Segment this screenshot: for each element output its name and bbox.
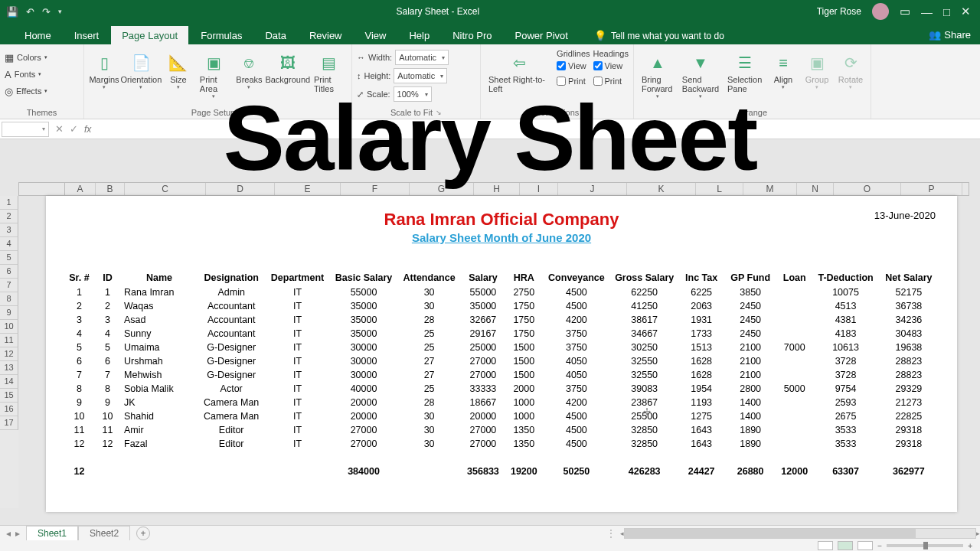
table-cell[interactable]: IT	[265, 382, 329, 396]
table-cell[interactable]: 35000	[330, 299, 398, 313]
table-cell[interactable]: 30	[397, 409, 461, 423]
zoom-out-icon[interactable]: −	[877, 542, 882, 550]
table-cell[interactable]: 21273	[879, 396, 939, 409]
row-header-16[interactable]: 16	[0, 403, 18, 416]
col-header-G[interactable]: G	[410, 183, 474, 195]
col-header-D[interactable]: D	[206, 183, 275, 195]
table-cell[interactable]: IT	[265, 285, 329, 299]
table-cell[interactable]: 9	[64, 396, 94, 409]
table-cell[interactable]: 12	[94, 437, 121, 451]
table-cell[interactable]: 25500	[610, 409, 678, 423]
table-cell[interactable]: Asad	[121, 313, 198, 327]
table-cell[interactable]: 2800	[724, 382, 776, 396]
table-cell[interactable]: 27	[397, 368, 461, 382]
table-total[interactable]: 362977	[879, 465, 939, 478]
table-header[interactable]: T-Deduction	[812, 270, 879, 285]
table-cell[interactable]: 1400	[724, 409, 776, 423]
table-total[interactable]: 384000	[330, 465, 398, 478]
table-cell[interactable]: 3750	[543, 382, 610, 396]
sheet-subtitle[interactable]: Salary Sheet Month of June 2020	[64, 231, 939, 244]
table-cell[interactable]	[776, 409, 812, 423]
table-cell[interactable]: 1750	[505, 299, 543, 313]
table-cell[interactable]: 9754	[812, 382, 879, 396]
table-cell[interactable]: 7	[94, 368, 121, 382]
gridlines-view[interactable]: View	[557, 58, 590, 73]
normal-view-button[interactable]	[818, 541, 833, 550]
table-cell[interactable]: IT	[265, 327, 329, 341]
table-cell[interactable]: 29167	[461, 327, 505, 341]
table-total[interactable]	[121, 465, 198, 478]
table-cell[interactable]: 38617	[610, 313, 678, 327]
table-cell[interactable]: 11	[64, 423, 94, 437]
row-header-2[interactable]: 2	[0, 210, 18, 223]
table-cell[interactable]: 27000	[330, 437, 398, 451]
table-cell[interactable]: 36738	[879, 299, 939, 313]
table-cell[interactable]: IT	[265, 368, 329, 382]
table-cell[interactable]: 29318	[879, 423, 939, 437]
table-cell[interactable]: 27000	[461, 437, 505, 451]
minimize-icon[interactable]: —	[921, 5, 933, 18]
table-header[interactable]: Attendance	[397, 270, 461, 285]
table-cell[interactable]: 19638	[879, 341, 939, 354]
table-total[interactable]	[265, 465, 329, 478]
tab-formulas[interactable]: Formulas	[190, 26, 253, 44]
row-header-1[interactable]: 1	[0, 196, 18, 210]
table-cell[interactable]: 4500	[543, 285, 610, 299]
table-total[interactable]: 12	[64, 465, 94, 478]
table-cell[interactable]: 2	[64, 299, 94, 313]
table-cell[interactable]: 28	[397, 396, 461, 409]
col-header-E[interactable]: E	[275, 183, 341, 195]
table-cell[interactable]: 1	[94, 285, 121, 299]
table-cell[interactable]: IT	[265, 396, 329, 409]
table-cell[interactable]	[776, 299, 812, 313]
row-header-7[interactable]: 7	[0, 279, 18, 292]
table-cell[interactable]: 2450	[724, 313, 776, 327]
redo-icon[interactable]: ↷	[42, 6, 51, 18]
table-cell[interactable]: 3	[64, 313, 94, 327]
table-cell[interactable]: 1193	[678, 396, 724, 409]
page-break-view-button[interactable]	[858, 541, 873, 550]
row-header-12[interactable]: 12	[0, 347, 18, 361]
table-cell[interactable]: Sobia Malik	[121, 382, 198, 396]
table-cell[interactable]: 28823	[879, 354, 939, 368]
table-cell[interactable]: 27	[397, 354, 461, 368]
table-cell[interactable]: 5	[94, 341, 121, 354]
table-cell[interactable]: 1628	[678, 368, 724, 382]
table-cell[interactable]: 10	[94, 409, 121, 423]
user-name[interactable]: Tiger Rose	[817, 6, 861, 17]
table-cell[interactable]: 3728	[812, 368, 879, 382]
col-header-I[interactable]: I	[520, 183, 558, 195]
table-cell[interactable]: 1890	[724, 423, 776, 437]
table-cell[interactable]: 27000	[461, 423, 505, 437]
table-cell[interactable]: 29318	[879, 437, 939, 451]
enter-formula-icon[interactable]: ✓	[70, 123, 78, 135]
table-total[interactable]	[198, 465, 265, 478]
table-cell[interactable]: IT	[265, 299, 329, 313]
table-cell[interactable]: 27000	[461, 354, 505, 368]
undo-icon[interactable]: ↶	[26, 6, 34, 18]
table-cell[interactable]: Accountant	[198, 313, 265, 327]
table-header[interactable]: Conveyance	[543, 270, 610, 285]
table-cell[interactable]: 32550	[610, 368, 678, 382]
table-header[interactable]: Sr. #	[64, 270, 94, 285]
table-cell[interactable]: 20000	[330, 409, 398, 423]
table-cell[interactable]: 4050	[543, 354, 610, 368]
table-cell[interactable]: 5000	[776, 382, 812, 396]
table-total[interactable]: 356833	[461, 465, 505, 478]
gridlines-print[interactable]: Print	[557, 73, 590, 89]
table-cell[interactable]: 4	[64, 327, 94, 341]
table-cell[interactable]: 28	[397, 313, 461, 327]
themes-fonts[interactable]: AFonts▾	[5, 66, 47, 83]
table-cell[interactable]: 40000	[330, 382, 398, 396]
row-header-15[interactable]: 15	[0, 389, 18, 403]
table-cell[interactable]: 4050	[543, 368, 610, 382]
table-cell[interactable]: 52175	[879, 285, 939, 299]
table-cell[interactable]: 28823	[879, 368, 939, 382]
table-total[interactable]: 12000	[776, 465, 812, 478]
col-header-F[interactable]: F	[341, 183, 410, 195]
table-cell[interactable]: 30	[397, 437, 461, 451]
table-cell[interactable]: 1750	[505, 313, 543, 327]
table-cell[interactable]: 3533	[812, 437, 879, 451]
row-header-5[interactable]: 5	[0, 251, 18, 265]
table-cell[interactable]: 10075	[812, 285, 879, 299]
